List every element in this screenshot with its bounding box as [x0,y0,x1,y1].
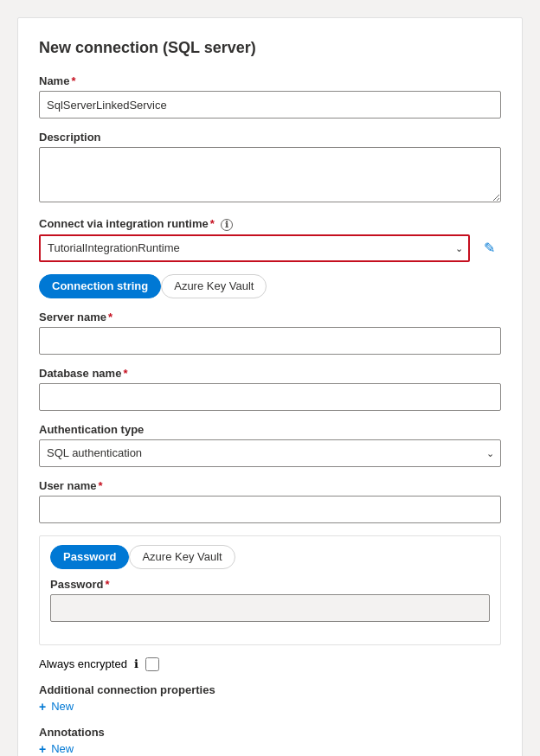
add-annotation-plus-icon: + [39,742,46,756]
always-encrypted-info-icon[interactable]: ℹ [134,657,138,670]
tab-azure-key-vault[interactable]: Azure Key Vault [161,274,267,298]
edit-icon: ✎ [484,240,495,256]
runtime-row: TutorialIntegrationRuntime ⌄ ✎ [39,234,501,262]
always-encrypted-label: Always encrypted [39,657,127,670]
connection-tab-group: Connection string Azure Key Vault [39,274,501,298]
additional-props-label: Additional connection properties [39,683,501,696]
new-connection-panel: New connection (SQL server) Name* Descri… [17,17,523,756]
add-connection-prop-plus-icon: + [39,700,46,714]
server-name-input[interactable] [39,327,501,355]
tab-connection-string[interactable]: Connection string [39,274,161,298]
password-section: Password Azure Key Vault Password* [39,535,501,645]
annotations-label: Annotations [39,726,501,739]
name-input[interactable] [39,91,501,119]
description-label: Description [39,131,501,144]
tab-password-akv[interactable]: Azure Key Vault [129,545,235,569]
runtime-group: Connect via integration runtime* ℹ Tutor… [39,217,501,262]
auth-type-label: Authentication type [39,423,501,436]
auth-type-group: Authentication type SQL authentication ⌄ [39,423,501,467]
annotations-group: Annotations + New [39,726,501,756]
auth-type-select[interactable]: SQL authentication [39,439,501,467]
additional-props-group: Additional connection properties + New [39,683,501,714]
runtime-edit-button[interactable]: ✎ [477,236,501,260]
database-name-input[interactable] [39,383,501,411]
user-name-group: User name* [39,479,501,523]
database-name-label: Database name* [39,367,501,380]
runtime-info-icon[interactable]: ℹ [221,219,233,231]
add-connection-prop-label: New [51,700,74,713]
add-annotation-button[interactable]: + New [39,742,501,756]
description-group: Description [39,131,501,205]
description-input[interactable] [39,147,501,202]
user-name-input[interactable] [39,496,501,523]
user-name-label: User name* [39,479,501,492]
tab-password[interactable]: Password [50,545,129,569]
server-name-label: Server name* [39,311,501,324]
runtime-select[interactable]: TutorialIntegrationRuntime [39,234,470,262]
always-encrypted-checkbox[interactable] [145,657,159,671]
server-name-group: Server name* [39,311,501,355]
name-label: Name* [39,74,501,87]
add-annotation-label: New [51,742,74,755]
panel-title: New connection (SQL server) [39,39,501,57]
always-encrypted-row: Always encrypted ℹ [39,657,501,671]
database-name-group: Database name* [39,367,501,411]
add-connection-prop-button[interactable]: + New [39,700,501,714]
password-tab-group: Password Azure Key Vault [50,545,490,569]
password-input[interactable] [50,594,490,622]
name-group: Name* [39,74,501,119]
runtime-label: Connect via integration runtime* ℹ [39,217,501,231]
password-group: Password* [50,578,490,622]
password-label: Password* [50,578,490,591]
